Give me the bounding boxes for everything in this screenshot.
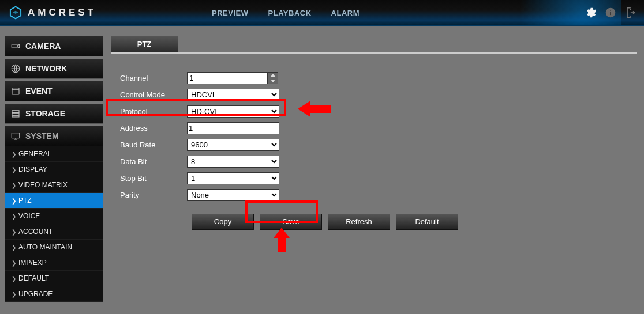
tab-ptz[interactable]: PTZ: [111, 36, 178, 52]
parity-label: Parity: [115, 191, 187, 199]
channel-input[interactable]: [187, 72, 268, 84]
protocol-select[interactable]: HD-CVI: [187, 105, 279, 118]
sidebar-item-label: VOICE: [18, 212, 40, 220]
svg-rect-3: [610, 12, 611, 15]
channel-label: Channel: [115, 74, 187, 82]
sidebar-system-subitems: ❯GENERAL ❯DISPLAY ❯VIDEO MATRIX ❯PTZ ❯VO…: [5, 146, 103, 302]
sidebar-event[interactable]: EVENT: [5, 81, 103, 101]
stopbit-select[interactable]: 1: [187, 172, 279, 184]
svg-rect-4: [610, 10, 611, 11]
svg-rect-11: [12, 133, 20, 138]
ptz-form-panel: Channel Control Mode HDCVI Protocol: [111, 52, 637, 234]
address-input[interactable]: [187, 122, 279, 134]
sidebar-item-label: AUTO MAINTAIN: [18, 243, 72, 251]
sidebar-item-auto-maintain[interactable]: ❯AUTO MAINTAIN: [5, 240, 103, 255]
control-mode-select[interactable]: HDCVI: [187, 89, 279, 101]
sidebar-item-label: VIDEO MATRIX: [18, 181, 68, 189]
parity-select[interactable]: None: [187, 189, 279, 201]
chevron-right-icon: ❯: [12, 213, 16, 220]
svg-marker-12: [271, 74, 275, 77]
svg-rect-8: [12, 111, 19, 113]
svg-rect-9: [12, 113, 19, 115]
sidebar-system-label: SYSTEM: [25, 131, 59, 141]
address-label: Address: [115, 124, 187, 133]
gear-icon[interactable]: [585, 7, 597, 18]
svg-rect-7: [12, 88, 19, 94]
save-button[interactable]: Save: [260, 214, 322, 230]
sidebar-camera[interactable]: CAMERA: [5, 36, 103, 56]
chevron-right-icon: ❯: [12, 151, 16, 157]
button-row: Copy Save Refresh Default: [115, 214, 632, 230]
sidebar: CAMERA NETWORK EVENT STORAGE SYSTEM ❯GEN…: [5, 36, 103, 302]
databit-select[interactable]: 8: [187, 156, 279, 168]
sidebar-network-label: NETWORK: [25, 64, 67, 73]
top-header: AMCREST PREVIEW PLAYBACK ALARM: [0, 0, 644, 26]
chevron-right-icon: ❯: [12, 291, 16, 297]
sidebar-network[interactable]: NETWORK: [5, 59, 103, 79]
databit-label: Data Bit: [115, 157, 187, 166]
sidebar-item-label: GENERAL: [18, 150, 51, 158]
sidebar-item-upgrade[interactable]: ❯UPGRADE: [5, 286, 103, 302]
annotation-arrow-left-icon: [298, 101, 331, 117]
svg-marker-15: [274, 228, 290, 252]
tabbar: PTZ: [111, 36, 637, 52]
baud-label: Baud Rate: [115, 141, 187, 149]
channel-down-icon[interactable]: [268, 78, 278, 84]
sidebar-storage[interactable]: STORAGE: [5, 104, 103, 124]
refresh-button[interactable]: Refresh: [328, 214, 390, 230]
chevron-right-icon: ❯: [12, 167, 16, 173]
chevron-right-icon: ❯: [12, 275, 16, 282]
channel-field[interactable]: [187, 72, 279, 84]
sidebar-item-account[interactable]: ❯ACCOUNT: [5, 224, 103, 240]
sidebar-camera-label: CAMERA: [25, 41, 61, 51]
svg-rect-5: [12, 44, 17, 48]
top-nav: PREVIEW PLAYBACK ALARM: [212, 9, 360, 17]
hexagon-logo-icon: [8, 5, 23, 20]
sidebar-event-label: EVENT: [25, 86, 53, 96]
nav-preview[interactable]: PREVIEW: [212, 9, 248, 17]
sidebar-item-label: DISPLAY: [18, 165, 47, 173]
globe-icon: [10, 63, 21, 74]
camera-icon: [10, 41, 21, 51]
copy-button[interactable]: Copy: [192, 214, 254, 230]
nav-alarm[interactable]: ALARM: [331, 9, 360, 17]
svg-marker-1: [13, 11, 18, 14]
chevron-right-icon: ❯: [12, 182, 16, 188]
sidebar-item-ptz[interactable]: ❯PTZ: [5, 193, 103, 209]
brand-text: AMCREST: [28, 7, 96, 18]
sidebar-item-label: ACCOUNT: [18, 228, 53, 236]
svg-marker-14: [298, 101, 331, 117]
logout-icon[interactable]: [624, 7, 636, 18]
sidebar-item-label: UPGRADE: [18, 290, 53, 298]
event-icon: [10, 86, 21, 96]
protocol-label: Protocol: [115, 107, 187, 116]
sidebar-item-general[interactable]: ❯GENERAL: [5, 146, 103, 162]
svg-marker-13: [271, 80, 275, 82]
storage-icon: [10, 108, 21, 119]
sidebar-item-imp-exp[interactable]: ❯IMP/EXP: [5, 255, 103, 271]
info-icon[interactable]: [605, 7, 616, 18]
sidebar-item-default[interactable]: ❯DEFAULT: [5, 271, 103, 286]
sidebar-item-voice[interactable]: ❯VOICE: [5, 209, 103, 224]
brand-logo: AMCREST: [8, 5, 96, 20]
chevron-right-icon: ❯: [12, 198, 16, 204]
chevron-right-icon: ❯: [12, 229, 16, 235]
svg-rect-10: [12, 116, 19, 117]
sidebar-item-label: IMP/EXP: [18, 259, 47, 267]
control-mode-label: Control Mode: [115, 90, 187, 99]
baud-select[interactable]: 9600: [187, 139, 279, 151]
sidebar-system[interactable]: SYSTEM: [5, 126, 103, 146]
sidebar-storage-label: STORAGE: [25, 109, 65, 118]
chevron-right-icon: ❯: [12, 244, 16, 251]
main-panel: PTZ Channel Control Mode HDCVI: [103, 36, 644, 302]
header-icons: [585, 7, 636, 18]
stopbit-label: Stop Bit: [115, 174, 187, 183]
default-button[interactable]: Default: [396, 214, 458, 230]
nav-playback[interactable]: PLAYBACK: [268, 9, 312, 17]
annotation-arrow-up-icon: [274, 228, 290, 252]
sidebar-item-video-matrix[interactable]: ❯VIDEO MATRIX: [5, 177, 103, 193]
sidebar-item-display[interactable]: ❯DISPLAY: [5, 162, 103, 177]
channel-up-icon[interactable]: [268, 73, 278, 78]
sidebar-item-label: DEFAULT: [18, 274, 49, 282]
monitor-icon: [10, 131, 21, 141]
